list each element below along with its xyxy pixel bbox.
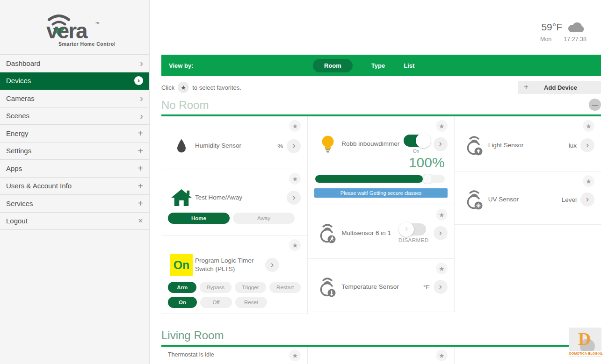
- device-details-chevron[interactable]: ›: [265, 258, 279, 272]
- chevron-right-icon: ›: [140, 58, 143, 68]
- domotica-blog-watermark: D DOMOTICA-BLOG.NL: [569, 328, 601, 357]
- weather-temperature: 59°F: [541, 21, 562, 33]
- arm-disarm-toggle[interactable]: ‖: [401, 223, 426, 236]
- sidebar-item-logout[interactable]: Logout ✕: [0, 213, 149, 230]
- sidebar-item-settings[interactable]: Settings +: [0, 143, 149, 160]
- favorite-star-icon[interactable]: ★: [583, 120, 594, 132]
- device-column-1: ★ Humidity Sensor % › ★: [161, 116, 308, 314]
- tab-list[interactable]: List: [404, 62, 414, 69]
- weather-day: Mon: [540, 36, 551, 43]
- view-by-bar: View by: Room Type List: [161, 55, 601, 76]
- weather-widget: 59°F Mon 17:27:38: [540, 21, 586, 43]
- restart-button[interactable]: Restart: [269, 282, 301, 293]
- home-button[interactable]: Home: [168, 213, 230, 224]
- device-grid: ★ Humidity Sensor % › ★: [161, 116, 601, 314]
- sidebar-item-label: Cameras: [6, 94, 35, 102]
- device-details-chevron[interactable]: ›: [287, 139, 301, 153]
- device-name: Temperature Sensor: [341, 283, 423, 291]
- dimmer-level-slider[interactable]: [315, 175, 444, 183]
- chevron-right-icon: ›: [140, 93, 143, 103]
- bypass-button[interactable]: Bypass: [200, 282, 231, 293]
- sidebar-item-dashboard[interactable]: Dashboard ›: [0, 55, 149, 72]
- reset-button[interactable]: Reset: [235, 297, 267, 308]
- thermostat-status: Thermostat is idle: [168, 350, 214, 358]
- slider-handle[interactable]: [424, 174, 431, 184]
- light-sensor-icon: [461, 135, 488, 156]
- section-title-no-room: No Room: [161, 99, 209, 112]
- top-header: 59°F Mon 17:27:38: [150, 0, 608, 55]
- sidebar-item-label: Services: [6, 200, 33, 207]
- favorite-star-icon[interactable]: ★: [436, 120, 448, 132]
- armed-state-label: DISARMED: [398, 237, 429, 243]
- sidebar-item-cameras[interactable]: Cameras ›: [0, 90, 149, 107]
- collapse-section-button[interactable]: —: [589, 99, 601, 111]
- device-value: lux: [569, 142, 577, 149]
- secure-classes-banner: Please wait! Getting secure classes: [314, 188, 447, 198]
- favorite-star-icon[interactable]: ★: [436, 209, 448, 221]
- favorite-star-icon[interactable]: ★: [289, 120, 301, 132]
- sidebar-item-devices[interactable]: Devices ›: [0, 72, 149, 90]
- add-device-label: Add Device: [528, 84, 601, 91]
- house-icon: [168, 188, 195, 207]
- vera-logo: vera ™ Smarter Home Control: [0, 0, 149, 54]
- toggle-knob: ‖: [399, 222, 414, 237]
- close-icon: ✕: [138, 218, 143, 224]
- device-details-chevron[interactable]: ›: [434, 280, 448, 294]
- star-icon: ★: [178, 82, 189, 93]
- device-column-2: ★ Robb inbouwdimmer: [308, 116, 454, 312]
- off-button[interactable]: Off: [200, 297, 232, 308]
- favorite-star-icon[interactable]: ★: [289, 350, 301, 361]
- sidebar-item-scenes[interactable]: Scenes ›: [0, 107, 149, 125]
- slider-fill: [315, 175, 422, 183]
- device-value: °F: [423, 284, 430, 291]
- sidebar-item-energy[interactable]: Energy +: [0, 125, 149, 143]
- on-button[interactable]: On: [168, 297, 197, 308]
- favorites-hint-row: Click ★ to select favorites. + Add Devic…: [161, 76, 601, 99]
- favorites-hint-suffix: to select favorites.: [192, 84, 241, 91]
- tab-room[interactable]: Room: [313, 59, 353, 72]
- trigger-button[interactable]: Trigger: [235, 282, 266, 293]
- favorites-hint-prefix: Click: [161, 84, 174, 91]
- favorite-star-icon[interactable]: ★: [583, 175, 594, 187]
- device-details-chevron[interactable]: ›: [287, 191, 301, 205]
- device-details-chevron[interactable]: ›: [434, 137, 448, 151]
- sidebar-item-label: Users & Account Info: [6, 182, 72, 190]
- device-card-temperature-sensor: ★ Temperature Senso: [308, 259, 454, 312]
- favorite-star-icon[interactable]: ★: [289, 239, 301, 251]
- light-bulb-icon: [314, 135, 341, 154]
- device-name: Robb inbouwdimmer: [341, 140, 403, 148]
- device-card-home-away: ★ Test Home/Away › Home Away: [161, 169, 307, 236]
- device-details-chevron[interactable]: ›: [580, 138, 594, 152]
- device-details-chevron[interactable]: ›: [434, 226, 448, 240]
- add-device-button[interactable]: + Add Device: [518, 81, 601, 94]
- arm-button[interactable]: Arm: [168, 282, 196, 293]
- clock-time: 17:27:38: [564, 36, 586, 43]
- device-card-humidity-sensor: ★ Humidity Sensor % ›: [161, 116, 307, 169]
- sidebar-menu: Dashboard › Devices › Cameras › Scenes ›…: [0, 54, 149, 230]
- no-room-section-header: No Room —: [161, 99, 601, 114]
- chevron-right-icon: ›: [140, 111, 143, 121]
- favorite-star-icon[interactable]: ★: [289, 173, 301, 185]
- device-details-chevron[interactable]: ›: [580, 193, 594, 207]
- sidebar-item-label: Logout: [6, 217, 28, 225]
- sidebar-item-services[interactable]: Services +: [0, 195, 149, 213]
- sidebar-item-users-account[interactable]: Users & Account Info +: [0, 178, 149, 195]
- favorite-star-icon[interactable]: ★: [436, 350, 448, 361]
- device-name: UV Sensor: [488, 195, 562, 204]
- sidebar: vera ™ Smarter Home Control Dashboard › …: [0, 0, 150, 364]
- device-name: Humidity Sensor: [195, 142, 277, 150]
- device-card-dimmer: ★ Robb inbouwdimmer: [308, 116, 454, 205]
- device-card-light-sensor: ★ Light Sensor: [455, 116, 601, 171]
- sidebar-item-label: Settings: [6, 147, 31, 155]
- dimmer-power-toggle[interactable]: [404, 135, 429, 147]
- tab-type[interactable]: Type: [371, 62, 385, 69]
- sidebar-item-apps[interactable]: Apps +: [0, 160, 149, 178]
- device-name: Multisensor 6 in 1: [341, 229, 398, 237]
- watermark-text: DOMOTICA-BLOG.NL: [569, 351, 601, 357]
- favorite-star-icon[interactable]: ★: [436, 263, 448, 274]
- chevron-circle-icon: ›: [134, 76, 143, 85]
- away-button[interactable]: Away: [233, 213, 295, 224]
- svg-text:vera: vera: [46, 19, 88, 43]
- section-title-living-room: Living Room: [161, 329, 224, 342]
- main-content: 59°F Mon 17:27:38 View by: Room Type Lis…: [150, 0, 608, 364]
